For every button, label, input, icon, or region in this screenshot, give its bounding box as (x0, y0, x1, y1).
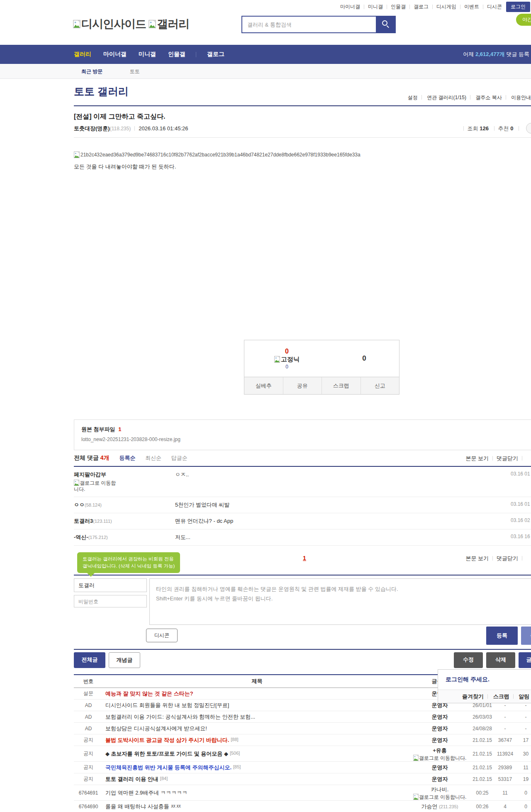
comment-author[interactable]: 토갤러3 (74, 518, 93, 524)
dccon-button[interactable]: 디시콘 (146, 629, 178, 642)
login-button[interactable]: 로그인 (506, 2, 530, 12)
post-header-circle-icon[interactable] (526, 123, 531, 134)
logo-text-gallery: 갤러리 (157, 17, 189, 32)
broken-image-icon (73, 20, 80, 28)
row-writer[interactable]: 운영자 (432, 714, 448, 720)
scrap-button[interactable]: 스크랩 (322, 377, 360, 394)
row-title-link[interactable]: 디시인사이드 회원들을 위한 내 보험 정밀진단[무료] (105, 702, 229, 708)
comment-nickname-input[interactable] (74, 578, 147, 592)
row-title-link[interactable]: 보험갤러리 이용 가이드: 공식설계사와 함께하는 안전한 보험... (105, 714, 255, 720)
sort-registered[interactable]: 등록순 (119, 455, 135, 461)
close-comments-link[interactable]: 댓글닫기 (497, 455, 518, 461)
edit-button[interactable]: 수정 (454, 652, 483, 668)
row-views: - (494, 714, 516, 720)
attachment-filename[interactable]: lotto_new2-20251231-203828-000-resize.jp… (81, 436, 528, 442)
row-writer[interactable]: 운영자 (432, 764, 448, 771)
gallog-link-text: 갤로그로 이동합니다. (419, 794, 467, 800)
sort-reply[interactable]: 답글순 (171, 455, 188, 461)
top-link-dccon[interactable]: 디시콘 (487, 3, 502, 10)
copy-gallery-url-link[interactable]: 갤주소 복사 (475, 95, 502, 100)
gallog-link[interactable]: 갤로그로 이동합니다. (74, 480, 120, 493)
comment-author[interactable]: 페지팔아갑부 (74, 471, 106, 478)
favorite-button[interactable]: 즐겨찾기 (462, 693, 484, 700)
comment-submit-button[interactable]: 등록 (486, 627, 518, 645)
sidebar-scrap-button[interactable]: 스크랩 (493, 693, 509, 700)
broken-image-alt-text: 21b2c432eaed36a379ed9be74683716c10f82b77… (80, 152, 360, 158)
share-button[interactable]: 공유 (283, 377, 322, 394)
row-writer[interactable]: 운영자 (432, 776, 448, 782)
gallog-link-text: 갤로그로 이동합니다. (74, 480, 116, 492)
related-galleries-link[interactable]: 연관 갤러리(1/15) (427, 95, 466, 100)
table-row: 공지 토토 갤러리 이용 안내[84] 운영자 21.02.15 53317 1… (74, 773, 531, 785)
report-button[interactable]: 신고 (360, 377, 399, 394)
search-icon (382, 20, 387, 26)
search-input[interactable] (241, 16, 377, 33)
view-post-link[interactable]: 본문 보기 (465, 555, 489, 561)
recent-gallery-tab-toto[interactable]: 토토 (130, 68, 140, 74)
search-button[interactable] (377, 16, 396, 33)
row-title-link[interactable]: 롤을 왜 배팅하냐 사설충들 ㅉㅉ (105, 803, 181, 810)
row-title-link[interactable]: 국민체육진흥법 위반 게시물 등록에 주의해주십시오. (105, 764, 231, 771)
post-author-ip: (118.235) (110, 126, 131, 132)
row-title-link[interactable]: 토토 갤러리 이용 안내 (105, 776, 158, 782)
comment-text: ㅇㅈ.. (175, 471, 189, 493)
top-link-event[interactable]: 이벤트 (464, 3, 479, 10)
row-title-link[interactable]: 불법 도박사이트 광고글 작성 삼가 주시기 바랍니다. (105, 737, 229, 743)
row-title-link[interactable]: 예능과 잘 맞지 않는 것 같은 스타는? (105, 690, 193, 697)
main-nav-bar: 갤러리 마이너갤 미니갤 인물갤 갤로그 어제 2,612,477개 댓글 등록 (0, 45, 531, 64)
table-row: AD 보험상담은 디시공식설계사에게 받으세요! 운영자 24/08/28 - … (74, 723, 531, 734)
top-link-person-gallery[interactable]: 인물갤 (391, 3, 406, 10)
nav-item-minor[interactable]: 마이너갤 (103, 51, 127, 58)
row-title-link[interactable]: 보험상담은 디시공식설계사에게 받으세요! (105, 725, 207, 732)
alarm-button[interactable]: 알림 (519, 693, 529, 700)
row-title-link[interactable]: ◆ 초보자를 위한 토토/프로토 가이드 및 용어모음 ◆ (105, 751, 228, 757)
broken-image-icon (274, 356, 280, 363)
nav-item-mini[interactable]: 미니갤 (139, 51, 156, 58)
attachment-box: 원본 첨부파일 1 lotto_new2-20251231-203828-000… (74, 419, 531, 450)
row-writer[interactable]: 가승언 (421, 803, 438, 810)
gallery-guide-link[interactable]: 이용안내 (511, 95, 531, 100)
comment-page-1[interactable]: 1 (303, 555, 306, 561)
comment-author[interactable]: ㅇㅇ (74, 502, 85, 508)
top-link-minor-gallery[interactable]: 마이너갤 (340, 3, 360, 10)
comment-pager-area: 토갤러는 갤러리에서 권장하는 비회원 전용 갤닉네임입니다. (삭제 시 닉네… (74, 546, 531, 575)
top-link-dcgame[interactable]: 디시게임 (436, 3, 456, 10)
gallery-settings-link[interactable]: 설정 (408, 95, 418, 100)
comment-password-input[interactable] (74, 595, 147, 607)
row-writer[interactable]: 운영자 (432, 737, 448, 743)
comment-author[interactable]: -역신- (74, 534, 88, 540)
close-comments-link[interactable]: 댓글닫기 (497, 555, 518, 561)
realtime-best-button[interactable]: 실베추 (244, 377, 283, 394)
row-comment-count: [506] (230, 751, 240, 756)
sort-newest[interactable]: 최신순 (145, 455, 161, 461)
post-title: [전설] 이제 그만하고 죽고싶다. (74, 112, 531, 121)
row-number: 6764690 (74, 804, 103, 810)
concept-posts-button[interactable]: 개념글 (109, 652, 140, 668)
gallog-link[interactable]: 갤로그로 이동합니다. (409, 794, 471, 800)
view-post-link[interactable]: 본문 보기 (465, 455, 489, 461)
top-link-mini-gallery[interactable]: 미니갤 (368, 3, 383, 10)
row-writer[interactable]: 운영자 (432, 725, 448, 732)
recent-visit-label[interactable]: 최근 방문 (81, 68, 102, 74)
write-button[interactable]: 글쓰기 (519, 652, 531, 668)
row-writer[interactable]: +유흥 (433, 747, 447, 753)
nav-item-gallery[interactable]: 갤러리 (74, 51, 91, 58)
delete-button[interactable]: 삭제 (486, 652, 515, 668)
downvote-area[interactable]: 0 (329, 340, 399, 377)
row-writer[interactable]: 카나비. (431, 786, 449, 792)
nav-item-person[interactable]: 인물갤 (168, 51, 185, 58)
gallog-link[interactable]: 갤로그로 이동합니다. (409, 755, 471, 761)
login-sidebar: 로그인해 주세요. 즐겨찾기 스크랩 알림 (438, 669, 531, 703)
post-author[interactable]: 토춧대장(명훈) (74, 125, 110, 132)
row-number: 6764691 (74, 790, 103, 796)
site-logo[interactable]: 디시인사이드 갤러리 (73, 17, 192, 32)
upvote-area[interactable]: 0 고정닉 0 (244, 340, 329, 377)
attachment-count: 1 (118, 426, 121, 432)
row-title-link[interactable]: 기업 역마핸 2.9배주네 ㅋㅋㅋㅋㅋ (105, 790, 188, 796)
comment-submit-button-2[interactable]: 등록 (521, 627, 531, 645)
table-row: 공지 불법 도박사이트 광고글 작성 삼가 주시기 바랍니다.[88] 운영자 … (74, 734, 531, 746)
all-posts-button[interactable]: 전체글 (74, 652, 105, 668)
nav-item-gallog[interactable]: 갤로그 (207, 51, 224, 58)
top-link-gallog[interactable]: 갤로그 (414, 3, 429, 10)
comment-textarea[interactable]: 타인의 권리를 침해하거나 명예를 훼손하는 댓글은 운영원칙 및 관련 법률에… (149, 578, 531, 625)
